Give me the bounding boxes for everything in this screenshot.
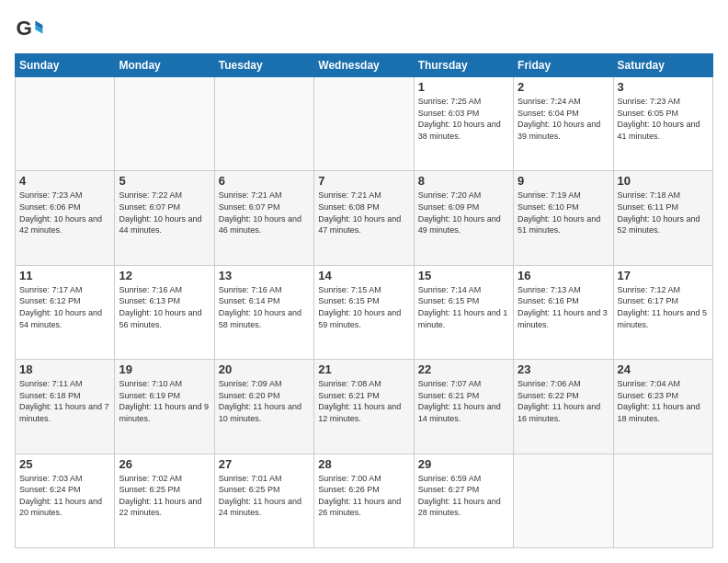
day-info: Sunrise: 7:15 AM Sunset: 6:15 PM Dayligh… [318,284,409,330]
day-number: 19 [119,362,210,376]
day-number: 27 [219,457,310,471]
day-info: Sunrise: 7:25 AM Sunset: 6:03 PM Dayligh… [418,96,509,142]
calendar-cell [214,77,313,171]
day-info: Sunrise: 7:12 AM Sunset: 6:17 PM Dayligh… [618,284,709,330]
week-row-0: 1Sunrise: 7:25 AM Sunset: 6:03 PM Daylig… [16,77,713,171]
day-number: 9 [518,174,609,188]
day-info: Sunrise: 7:13 AM Sunset: 6:16 PM Dayligh… [518,284,609,330]
calendar-cell [613,454,712,547]
svg-text:G: G [17,17,32,40]
day-number: 29 [418,457,509,471]
week-row-1: 4Sunrise: 7:23 AM Sunset: 6:06 PM Daylig… [16,171,713,265]
calendar-cell: 20Sunrise: 7:09 AM Sunset: 6:20 PM Dayli… [214,360,313,454]
calendar-cell: 27Sunrise: 7:01 AM Sunset: 6:25 PM Dayli… [214,454,313,547]
day-info: Sunrise: 7:22 AM Sunset: 6:07 PM Dayligh… [119,190,210,236]
day-number: 17 [618,269,709,282]
weekday-header-monday: Monday [115,54,214,77]
day-number: 15 [418,269,509,282]
day-number: 3 [618,80,709,94]
calendar-cell: 10Sunrise: 7:18 AM Sunset: 6:11 PM Dayli… [613,171,712,265]
weekday-header-sunday: Sunday [16,54,115,77]
week-row-2: 11Sunrise: 7:17 AM Sunset: 6:12 PM Dayli… [16,265,713,359]
calendar-cell [16,77,115,171]
calendar-cell: 26Sunrise: 7:02 AM Sunset: 6:25 PM Dayli… [115,454,214,547]
day-number: 24 [618,362,709,376]
calendar-cell: 17Sunrise: 7:12 AM Sunset: 6:17 PM Dayli… [613,265,712,359]
day-number: 7 [318,174,409,188]
day-info: Sunrise: 7:06 AM Sunset: 6:22 PM Dayligh… [518,378,609,424]
day-info: Sunrise: 7:02 AM Sunset: 6:25 PM Dayligh… [119,473,210,519]
calendar-cell: 22Sunrise: 7:07 AM Sunset: 6:21 PM Dayli… [414,360,513,454]
day-number: 22 [418,362,509,376]
weekday-header-row: SundayMondayTuesdayWednesdayThursdayFrid… [16,54,713,77]
day-number: 5 [119,174,210,188]
day-info: Sunrise: 7:20 AM Sunset: 6:09 PM Dayligh… [418,190,509,236]
calendar-cell: 3Sunrise: 7:23 AM Sunset: 6:05 PM Daylig… [613,77,712,171]
day-info: Sunrise: 7:09 AM Sunset: 6:20 PM Dayligh… [219,378,310,424]
calendar-cell: 7Sunrise: 7:21 AM Sunset: 6:08 PM Daylig… [314,171,414,265]
day-info: Sunrise: 7:24 AM Sunset: 6:04 PM Dayligh… [518,96,609,142]
day-info: Sunrise: 7:01 AM Sunset: 6:25 PM Dayligh… [219,473,310,519]
calendar-cell: 12Sunrise: 7:16 AM Sunset: 6:13 PM Dayli… [115,265,214,359]
calendar-cell: 14Sunrise: 7:15 AM Sunset: 6:15 PM Dayli… [314,265,414,359]
day-number: 1 [418,80,509,94]
day-info: Sunrise: 7:11 AM Sunset: 6:18 PM Dayligh… [19,378,110,424]
day-number: 6 [219,174,310,188]
day-info: Sunrise: 7:04 AM Sunset: 6:23 PM Dayligh… [618,378,709,424]
calendar-cell: 9Sunrise: 7:19 AM Sunset: 6:10 PM Daylig… [514,171,613,265]
calendar-cell: 6Sunrise: 7:21 AM Sunset: 6:07 PM Daylig… [214,171,313,265]
calendar-cell: 4Sunrise: 7:23 AM Sunset: 6:06 PM Daylig… [16,171,115,265]
logo-icon: G [15,15,44,44]
logo: G [15,15,48,44]
calendar-cell: 8Sunrise: 7:20 AM Sunset: 6:09 PM Daylig… [414,171,513,265]
calendar-cell: 23Sunrise: 7:06 AM Sunset: 6:22 PM Dayli… [514,360,613,454]
day-info: Sunrise: 7:23 AM Sunset: 6:06 PM Dayligh… [19,190,110,236]
header: G [15,15,713,44]
day-info: Sunrise: 7:03 AM Sunset: 6:24 PM Dayligh… [19,473,110,519]
day-number: 4 [19,174,110,188]
day-info: Sunrise: 7:17 AM Sunset: 6:12 PM Dayligh… [19,284,110,330]
page: G SundayMondayTuesdayWednesdayThursdayFr… [0,0,728,563]
week-row-4: 25Sunrise: 7:03 AM Sunset: 6:24 PM Dayli… [16,454,713,547]
calendar-cell [314,77,414,171]
day-number: 25 [19,457,110,471]
day-info: Sunrise: 6:59 AM Sunset: 6:27 PM Dayligh… [418,473,509,519]
calendar-cell: 16Sunrise: 7:13 AM Sunset: 6:16 PM Dayli… [514,265,613,359]
calendar: SundayMondayTuesdayWednesdayThursdayFrid… [15,53,713,548]
day-number: 20 [219,362,310,376]
calendar-cell: 29Sunrise: 6:59 AM Sunset: 6:27 PM Dayli… [414,454,513,547]
day-number: 21 [318,362,409,376]
calendar-cell: 13Sunrise: 7:16 AM Sunset: 6:14 PM Dayli… [214,265,313,359]
weekday-header-friday: Friday [514,54,613,77]
day-info: Sunrise: 7:00 AM Sunset: 6:26 PM Dayligh… [318,473,409,519]
calendar-cell: 18Sunrise: 7:11 AM Sunset: 6:18 PM Dayli… [16,360,115,454]
calendar-cell: 11Sunrise: 7:17 AM Sunset: 6:12 PM Dayli… [16,265,115,359]
weekday-header-thursday: Thursday [414,54,513,77]
day-number: 28 [318,457,409,471]
day-number: 26 [119,457,210,471]
calendar-cell [115,77,214,171]
calendar-cell: 21Sunrise: 7:08 AM Sunset: 6:21 PM Dayli… [314,360,414,454]
day-number: 13 [219,269,310,282]
week-row-3: 18Sunrise: 7:11 AM Sunset: 6:18 PM Dayli… [16,360,713,454]
calendar-cell: 2Sunrise: 7:24 AM Sunset: 6:04 PM Daylig… [514,77,613,171]
weekday-header-tuesday: Tuesday [214,54,313,77]
day-info: Sunrise: 7:21 AM Sunset: 6:07 PM Dayligh… [219,190,310,236]
day-number: 12 [119,269,210,282]
day-info: Sunrise: 7:14 AM Sunset: 6:15 PM Dayligh… [418,284,509,330]
day-number: 14 [318,269,409,282]
day-info: Sunrise: 7:08 AM Sunset: 6:21 PM Dayligh… [318,378,409,424]
day-number: 8 [418,174,509,188]
day-number: 18 [19,362,110,376]
day-number: 2 [518,80,609,94]
calendar-cell: 24Sunrise: 7:04 AM Sunset: 6:23 PM Dayli… [613,360,712,454]
weekday-header-saturday: Saturday [613,54,712,77]
day-info: Sunrise: 7:18 AM Sunset: 6:11 PM Dayligh… [618,190,709,236]
weekday-header-wednesday: Wednesday [314,54,414,77]
day-number: 10 [618,174,709,188]
day-info: Sunrise: 7:23 AM Sunset: 6:05 PM Dayligh… [618,96,709,142]
day-number: 16 [518,269,609,282]
calendar-cell: 25Sunrise: 7:03 AM Sunset: 6:24 PM Dayli… [16,454,115,547]
day-info: Sunrise: 7:07 AM Sunset: 6:21 PM Dayligh… [418,378,509,424]
calendar-cell [514,454,613,547]
